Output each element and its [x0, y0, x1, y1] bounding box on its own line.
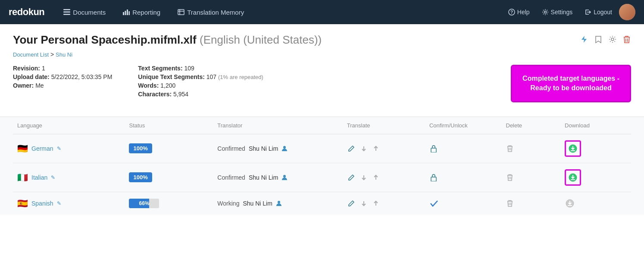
- status-bar: 66%: [129, 199, 159, 208]
- translator-status: Confirmed: [217, 145, 245, 152]
- lang-name-link[interactable]: Italian: [31, 174, 47, 181]
- lang-flag: 🇩🇪: [17, 143, 28, 154]
- delete-row-button[interactable]: [506, 144, 514, 153]
- col-header-download: Download: [560, 117, 631, 134]
- table-header: Language Status Translator Translate Con…: [13, 117, 631, 134]
- navbar: redokun Documents Reporting Translation …: [0, 0, 644, 24]
- lang-flag: 🇮🇹: [17, 172, 28, 183]
- confirm-lock-button[interactable]: [429, 144, 438, 153]
- lang-edit-icon[interactable]: ✎: [51, 174, 55, 181]
- svg-rect-24: [431, 177, 436, 181]
- download-tooltip: Completed target languages -Ready to be …: [511, 65, 631, 102]
- svg-point-29: [278, 201, 280, 203]
- svg-marker-13: [581, 36, 587, 43]
- translate-up-button[interactable]: [372, 145, 380, 152]
- upload-row: Upload date: 5/22/2022, 5:03:35 PM: [13, 73, 112, 80]
- status-badge: 100%: [129, 172, 152, 182]
- breadcrumb-list-link[interactable]: Document List: [13, 51, 49, 58]
- chars-row: Characters: 5,954: [138, 91, 263, 98]
- lang-name-link[interactable]: German: [31, 145, 53, 152]
- unique-row: Unique Text Segments: 107 (1% are repeat…: [138, 73, 263, 80]
- svg-rect-18: [431, 148, 436, 152]
- bolt-action-button[interactable]: [579, 35, 589, 44]
- lang-edit-icon[interactable]: ✎: [57, 146, 61, 152]
- confirm-lock-button[interactable]: [429, 173, 438, 182]
- translate-up-button[interactable]: [372, 174, 380, 181]
- svg-text:?: ?: [510, 10, 513, 15]
- translator-cell: Confirmed Shu Ni Lim: [217, 174, 338, 181]
- col-header-translator: Translator: [213, 117, 342, 134]
- download-button-disabled[interactable]: [565, 198, 575, 209]
- translator-name: Shu Ni Lim: [249, 174, 278, 181]
- language-table: Language Status Translator Translate Con…: [13, 117, 631, 215]
- status-partial: 66%: [129, 199, 209, 208]
- segments-row: Text Segments: 109: [138, 65, 263, 72]
- translator-name: Shu Ni Lim: [249, 145, 278, 152]
- translate-actions: [347, 173, 421, 182]
- nav-tm-label: Translation Memory: [187, 9, 244, 16]
- bookmark-action-button[interactable]: [594, 35, 603, 44]
- status-badge: 100%: [129, 143, 152, 153]
- translator-cell: Confirmed Shu Ni Lim: [217, 145, 338, 152]
- col-header-delete: Delete: [502, 117, 561, 134]
- user-avatar[interactable]: [619, 4, 635, 20]
- svg-point-12: [544, 11, 546, 13]
- language-cell: 🇩🇪 German ✎: [17, 143, 120, 154]
- translator-user-icon: [276, 200, 282, 206]
- breadcrumb-sep: >: [50, 51, 56, 58]
- confirm-check-button[interactable]: [429, 199, 439, 208]
- doc-title-block: Your Personal Spaceship.mifml.xlf (Engli…: [13, 33, 322, 65]
- settings-action-button[interactable]: [608, 35, 617, 44]
- delete-action-button[interactable]: [622, 35, 631, 44]
- nav-documents[interactable]: Documents: [56, 0, 113, 24]
- translator-status: Working: [217, 200, 239, 207]
- svg-rect-7: [178, 10, 184, 15]
- translator-user-icon: [281, 146, 288, 152]
- language-table-section: Language Status Translator Translate Con…: [0, 117, 644, 215]
- lang-name-link[interactable]: Spanish: [31, 200, 53, 207]
- svg-rect-3: [123, 12, 124, 15]
- translator-name: Shu Ni Lim: [243, 200, 272, 207]
- svg-rect-0: [63, 9, 70, 10]
- translate-edit-button[interactable]: [347, 173, 356, 182]
- translate-down-button[interactable]: [360, 174, 368, 181]
- nav-logout[interactable]: Logout: [579, 0, 617, 24]
- translate-edit-button[interactable]: [347, 144, 356, 153]
- translate-down-button[interactable]: [360, 200, 368, 207]
- lang-flag: 🇪🇸: [17, 198, 28, 209]
- delete-row-button[interactable]: [506, 173, 514, 182]
- download-highlight-box: [565, 140, 581, 157]
- owner-row: Owner: Me: [13, 82, 112, 89]
- page-content: Your Personal Spaceship.mifml.xlf (Engli…: [0, 24, 644, 223]
- translate-edit-button[interactable]: [347, 199, 356, 208]
- brand-logo: redokun: [9, 6, 44, 18]
- breadcrumb-owner[interactable]: Shu Ni: [56, 51, 72, 58]
- language-cell: 🇪🇸 Spanish ✎: [17, 198, 120, 209]
- translate-down-button[interactable]: [360, 145, 368, 152]
- nav-right: ? Help Settings Logout: [503, 0, 635, 24]
- nav-help[interactable]: ? Help: [503, 0, 535, 24]
- svg-rect-1: [63, 12, 70, 13]
- nav-documents-label: Documents: [73, 9, 106, 16]
- doc-lang: (English (United States)): [200, 33, 322, 46]
- nav-settings[interactable]: Settings: [537, 0, 578, 24]
- nav-translation-memory[interactable]: Translation Memory: [171, 0, 251, 24]
- nav-reporting[interactable]: Reporting: [116, 0, 167, 24]
- table-row: 🇩🇪 German ✎ 100% Confirmed Shu Ni Lim: [13, 134, 631, 163]
- translator-cell: Working Shu Ni Lim: [217, 200, 338, 207]
- doc-header: Your Personal Spaceship.mifml.xlf (Engli…: [13, 33, 631, 65]
- download-button[interactable]: [568, 143, 578, 154]
- download-button[interactable]: [568, 172, 578, 183]
- tooltip-text: Completed target languages -Ready to be …: [522, 75, 619, 92]
- col-header-status: Status: [125, 117, 213, 134]
- svg-point-17: [283, 146, 286, 149]
- status-bar-label: 66%: [129, 199, 159, 208]
- lang-edit-icon[interactable]: ✎: [57, 200, 61, 206]
- svg-point-23: [283, 175, 286, 177]
- delete-row-button[interactable]: [506, 199, 514, 208]
- translate-up-button[interactable]: [372, 200, 380, 207]
- svg-rect-5: [127, 10, 128, 15]
- svg-rect-4: [125, 11, 126, 15]
- col-header-translate: Translate: [343, 117, 425, 134]
- svg-point-14: [611, 38, 614, 41]
